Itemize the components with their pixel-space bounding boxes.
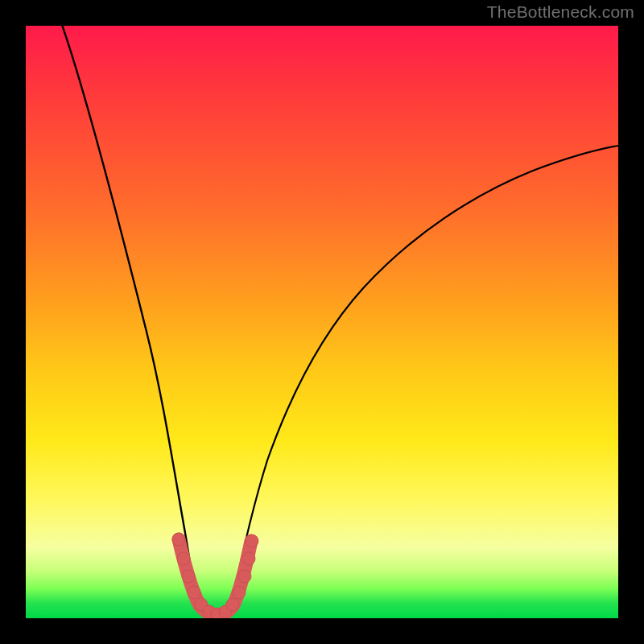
- curve-left-branch: [61, 26, 197, 609]
- svg-point-2: [182, 570, 195, 583]
- curve-overlay: [26, 26, 618, 618]
- svg-point-10: [238, 570, 251, 583]
- svg-point-0: [172, 533, 185, 546]
- svg-point-9: [233, 586, 246, 599]
- curve-right-branch: [231, 145, 618, 609]
- plot-area: [26, 26, 618, 618]
- svg-point-1: [177, 552, 190, 565]
- svg-point-8: [226, 598, 239, 611]
- svg-point-11: [242, 552, 255, 565]
- svg-point-12: [246, 535, 258, 547]
- chart-stage: TheBottleneck.com: [0, 0, 644, 644]
- watermark-text: TheBottleneck.com: [487, 2, 634, 22]
- svg-point-3: [188, 586, 200, 599]
